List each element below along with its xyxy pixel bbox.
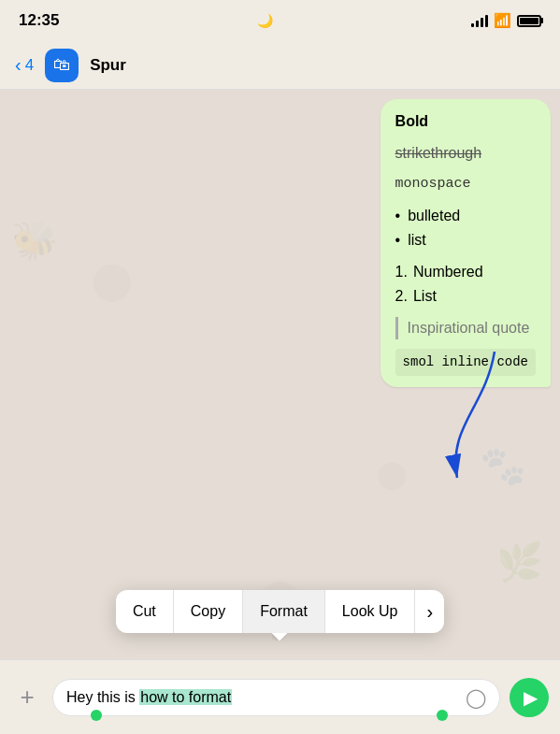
numbered-item-text: List — [413, 285, 437, 308]
moon-icon: 🌙 — [257, 13, 273, 28]
add-attachment-button[interactable]: + — [11, 682, 43, 713]
context-menu-format[interactable]: Format — [243, 590, 325, 633]
context-menu-more[interactable]: › — [415, 590, 444, 633]
bubble-strikethrough-text: strikethrough — [395, 142, 536, 165]
context-menu-wrapper: Cut Copy Format Look Up › — [116, 590, 444, 633]
input-text-before: Hey this is how to format — [66, 689, 466, 706]
numbered-item: 1. Numbered — [395, 261, 536, 283]
send-button[interactable]: ▶ — [510, 678, 549, 717]
bullet-icon: • — [395, 205, 401, 227]
selection-handle-left — [91, 710, 102, 721]
context-menu-cut[interactable]: Cut — [116, 590, 174, 633]
context-menu-copy[interactable]: Copy — [174, 590, 243, 633]
battery-icon — [517, 15, 541, 27]
message-input-field[interactable]: Hey this is how to format ◯ — [52, 679, 500, 716]
list-item: • bulleted — [395, 205, 536, 227]
bubble-quote-text: Inspirational quote — [395, 317, 536, 339]
context-menu-lookup[interactable]: Look Up — [325, 590, 416, 633]
bullet-icon: • — [395, 229, 401, 252]
app-icon: 🛍 — [45, 49, 79, 82]
list-item-text: bulleted — [408, 205, 460, 227]
bubble-inline-code: smol inline code — [395, 349, 536, 376]
signal-icon — [471, 14, 488, 27]
message-container: Bold strikethrough monospace • bulleted … — [0, 90, 560, 387]
bubble-monospace-text: monospace — [395, 174, 536, 195]
status-time: 12:35 — [19, 11, 59, 30]
bubble-bold-text: Bold — [395, 110, 536, 133]
status-bar: 12:35 🌙 📶 — [0, 0, 560, 41]
bubble-bulleted-list: • bulleted • list — [395, 205, 536, 252]
sticker-button[interactable]: ◯ — [466, 686, 486, 709]
send-icon: ▶ — [524, 686, 538, 709]
input-bar: + Hey this is how to format ◯ ▶ — [0, 659, 560, 734]
list-item: • list — [395, 229, 536, 252]
bubble-numbered-list: 1. Numbered 2. List — [395, 261, 536, 308]
status-icons: 📶 — [471, 12, 541, 29]
number-label: 2. — [395, 285, 408, 308]
selection-handle-right — [437, 710, 448, 721]
list-item-text: list — [408, 229, 426, 252]
number-label: 1. — [395, 261, 408, 283]
app-name: Spur — [90, 56, 126, 75]
numbered-item-text: Numbered — [413, 261, 483, 283]
message-bubble: Bold strikethrough monospace • bulleted … — [381, 99, 551, 387]
wifi-icon: 📶 — [494, 12, 511, 29]
back-chevron-icon: ‹ — [15, 54, 22, 76]
back-button[interactable]: ‹ 4 — [15, 54, 34, 76]
numbered-item: 2. List — [395, 285, 536, 308]
back-count: 4 — [25, 56, 34, 75]
context-menu: Cut Copy Format Look Up › — [0, 590, 560, 633]
context-menu-pointer — [272, 633, 287, 640]
nav-bar: ‹ 4 🛍 Spur — [0, 41, 560, 90]
context-menu-inner: Cut Copy Format Look Up › — [116, 590, 444, 633]
input-text-highlighted: how to format — [139, 689, 232, 705]
chat-background: 🦋 🌸 🐾 🌿 🐝 Bold strikethrough monospace •… — [0, 90, 560, 734]
